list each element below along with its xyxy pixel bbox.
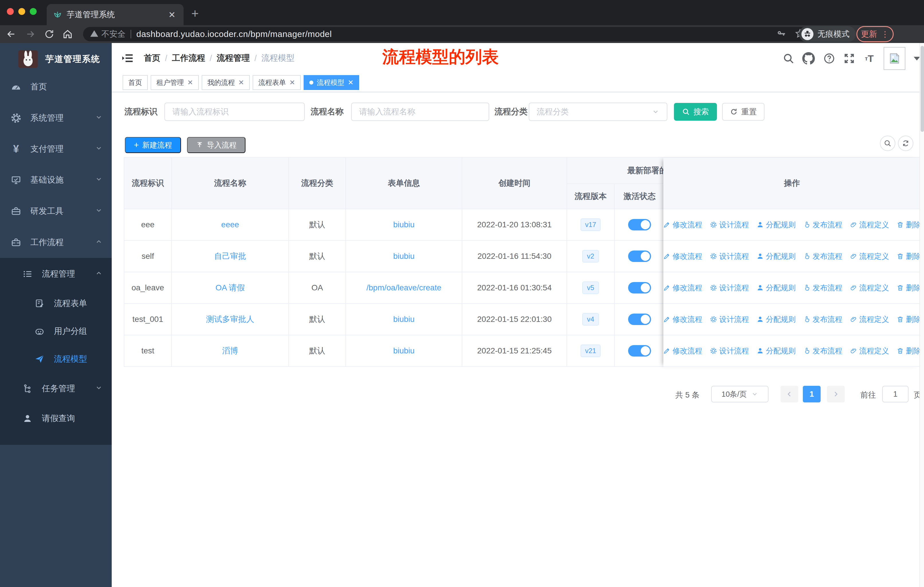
publish-process-link[interactable]: 发布流程 (803, 314, 842, 324)
process-definition-link[interactable]: 流程定义 (850, 251, 889, 261)
assign-rule-link[interactable]: 分配规则 (756, 283, 796, 293)
close-icon[interactable]: ✕ (348, 79, 353, 86)
page-size-select[interactable]: 10条/页 (711, 386, 769, 402)
publish-process-link[interactable]: 发布流程 (803, 220, 842, 230)
tag-my-process[interactable]: 我的流程✕ (201, 75, 250, 90)
breadcrumb-item[interactable]: 流程管理 (216, 53, 250, 64)
form-link[interactable]: /bpm/oa/leave/create (366, 283, 441, 293)
browser-update-button[interactable]: 更新 ⋮ (856, 26, 894, 42)
publish-process-link[interactable]: 发布流程 (803, 346, 842, 356)
sidebar-item-process-model[interactable]: 流程模型 (0, 347, 112, 371)
active-switch[interactable] (628, 251, 651, 262)
process-name-link[interactable]: 自己审批 (214, 251, 246, 262)
breadcrumb-item[interactable]: 工作流程 (172, 53, 205, 64)
process-definition-link[interactable]: 流程定义 (850, 220, 889, 230)
tab-close-icon[interactable]: ✕ (167, 10, 177, 20)
page-number-button[interactable]: 1 (803, 386, 821, 402)
design-process-link[interactable]: 设计流程 (710, 283, 749, 293)
sidebar-item-system[interactable]: 系统管理 (0, 106, 112, 130)
version-tag[interactable]: v21 (581, 344, 601, 357)
edit-process-link[interactable]: 修改流程 (663, 220, 702, 230)
active-switch[interactable] (628, 345, 651, 357)
close-icon[interactable]: ✕ (187, 79, 193, 86)
create-process-button[interactable]: + 新建流程 (125, 137, 181, 153)
version-tag[interactable]: v2 (582, 250, 599, 263)
close-icon[interactable]: ✕ (238, 79, 244, 86)
back-icon[interactable] (4, 27, 18, 41)
forward-icon[interactable] (23, 27, 37, 41)
assign-rule-link[interactable]: 分配规则 (756, 346, 796, 356)
sidebar-item-infra[interactable]: 基础设施 (0, 168, 112, 192)
next-page-button[interactable] (827, 386, 845, 402)
show-search-circle-button[interactable] (880, 136, 895, 151)
process-name-link[interactable]: 测试多审批人 (206, 314, 254, 325)
design-process-link[interactable]: 设计流程 (710, 220, 749, 230)
assign-rule-link[interactable]: 分配规则 (756, 220, 796, 230)
process-definition-link[interactable]: 流程定义 (850, 346, 889, 356)
sidebar-item-task-mgmt[interactable]: 任务管理 (0, 377, 112, 401)
sidebar-item-payment[interactable]: ¥ 支付管理 (0, 137, 112, 161)
filter-id-input[interactable] (164, 103, 305, 121)
fullscreen-icon[interactable] (843, 52, 856, 65)
menu-dots-icon[interactable]: ⋮ (881, 30, 889, 39)
search-icon[interactable] (782, 52, 795, 65)
refresh-circle-button[interactable] (898, 136, 913, 151)
process-definition-link[interactable]: 流程定义 (850, 283, 889, 293)
url-bar[interactable]: 不安全 dashboard.yudao.iocoder.cn/bpm/manag… (83, 27, 812, 41)
browser-tab[interactable]: 芋道管理系统 ✕ (47, 4, 183, 25)
publish-process-link[interactable]: 发布流程 (803, 251, 842, 261)
process-name-link[interactable]: OA 请假 (215, 282, 245, 293)
delete-link[interactable]: 删除 (896, 251, 921, 261)
form-link[interactable]: biubiu (393, 251, 415, 261)
sidebar-item-user-group[interactable]: 用户分组 (0, 319, 112, 343)
breadcrumb-item[interactable]: 首页 (144, 53, 160, 64)
sidebar-logo[interactable]: 芋道管理系统 (0, 43, 112, 75)
process-name-link[interactable]: eeee (221, 220, 239, 229)
sidebar-item-process-mgmt[interactable]: 流程管理 (0, 262, 112, 286)
scrollbar-thumb[interactable] (921, 46, 924, 132)
tag-process-model[interactable]: 流程模型✕ (304, 75, 359, 90)
sidebar-item-workflow[interactable]: 工作流程 (0, 230, 112, 255)
delete-link[interactable]: 删除 (896, 314, 921, 324)
goto-page-input[interactable] (882, 386, 909, 402)
assign-rule-link[interactable]: 分配规则 (756, 314, 796, 324)
reset-button[interactable]: 重置 (722, 103, 764, 121)
tag-process-form[interactable]: 流程表单✕ (252, 75, 301, 90)
design-process-link[interactable]: 设计流程 (710, 346, 749, 356)
window-minimize-button[interactable] (18, 8, 25, 15)
sidebar-collapse-icon[interactable] (121, 51, 134, 65)
design-process-link[interactable]: 设计流程 (710, 251, 749, 261)
edit-process-link[interactable]: 修改流程 (663, 314, 702, 324)
import-process-button[interactable]: 导入流程 (187, 137, 246, 153)
new-tab-button[interactable]: + (191, 6, 199, 21)
active-switch[interactable] (628, 314, 651, 325)
sidebar-item-devtools[interactable]: 研发工具 (0, 199, 112, 223)
tag-tenant[interactable]: 租户管理✕ (151, 75, 199, 90)
publish-process-link[interactable]: 发布流程 (803, 283, 842, 293)
assign-rule-link[interactable]: 分配规则 (756, 251, 796, 261)
security-warning-icon[interactable] (90, 29, 99, 39)
sidebar-item-process-form[interactable]: 流程表单 (0, 291, 112, 316)
avatar-caret-icon[interactable] (914, 57, 920, 61)
process-name-link[interactable]: 滔博 (222, 346, 238, 356)
window-close-button[interactable] (7, 8, 14, 15)
process-definition-link[interactable]: 流程定义 (850, 314, 889, 324)
font-size-icon[interactable]: тT (863, 52, 876, 65)
tag-home[interactable]: 首页 (122, 75, 148, 90)
delete-link[interactable]: 删除 (896, 220, 921, 230)
search-button[interactable]: 搜索 (674, 103, 717, 121)
avatar[interactable] (884, 47, 905, 70)
edit-process-link[interactable]: 修改流程 (663, 251, 702, 261)
home-icon[interactable] (61, 27, 74, 41)
version-tag[interactable]: v4 (582, 313, 599, 326)
browser-scrollbar[interactable] (919, 43, 924, 587)
design-process-link[interactable]: 设计流程 (710, 314, 749, 324)
edit-process-link[interactable]: 修改流程 (663, 346, 702, 356)
help-icon[interactable] (823, 52, 836, 65)
active-switch[interactable] (628, 282, 651, 293)
version-tag[interactable]: v17 (581, 218, 601, 231)
edit-process-link[interactable]: 修改流程 (663, 283, 702, 293)
close-icon[interactable]: ✕ (289, 79, 295, 86)
github-icon[interactable] (802, 52, 815, 65)
window-zoom-button[interactable] (30, 8, 37, 15)
